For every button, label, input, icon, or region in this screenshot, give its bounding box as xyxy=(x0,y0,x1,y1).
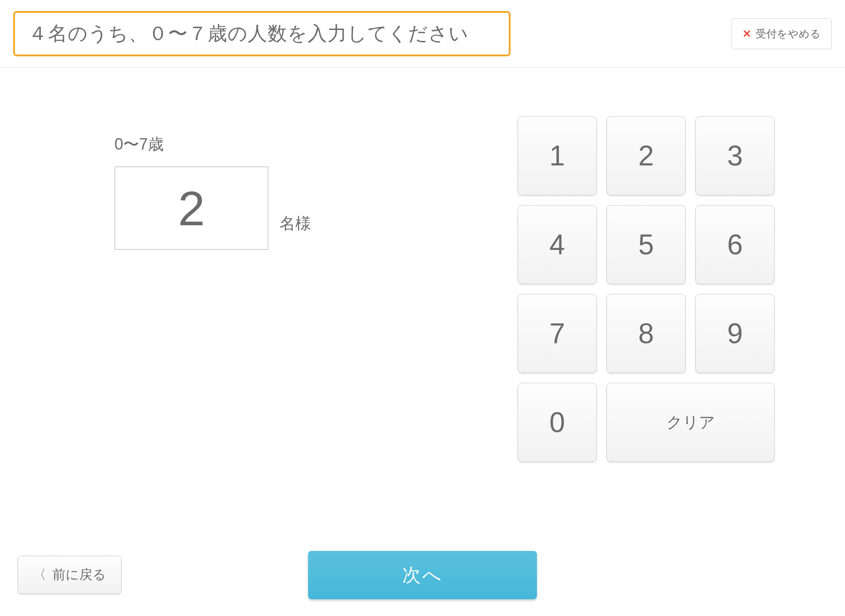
keypad-1[interactable]: 1 xyxy=(518,116,597,195)
keypad-9[interactable]: 9 xyxy=(695,294,775,373)
keypad-2[interactable]: 2 xyxy=(606,116,686,195)
chevron-left-icon: 〈 xyxy=(33,566,46,584)
close-icon: ✕ xyxy=(742,28,751,40)
age-range-label: 0〜7歳 xyxy=(114,134,491,155)
prompt-text: ４名のうち、０〜７歳の人数を入力してください xyxy=(28,21,496,47)
keypad-clear[interactable]: クリア xyxy=(606,383,775,462)
keypad-5[interactable]: 5 xyxy=(606,205,686,284)
header: ４名のうち、０〜７歳の人数を入力してください ✕ 受付をやめる xyxy=(0,0,845,68)
main-content: 0〜7歳 2 名様 1 2 3 4 5 6 7 8 9 0 クリア xyxy=(0,68,845,488)
cancel-label: 受付をやめる xyxy=(756,27,821,41)
keypad-7[interactable]: 7 xyxy=(518,294,597,373)
input-section: 0〜7歳 2 名様 xyxy=(26,116,491,462)
keypad-8[interactable]: 8 xyxy=(606,294,686,373)
keypad-6[interactable]: 6 xyxy=(695,205,775,284)
value-suffix: 名様 xyxy=(279,213,311,250)
back-button[interactable]: 〈 前に戻る xyxy=(18,556,121,594)
prompt-box: ４名のうち、０〜７歳の人数を入力してください xyxy=(13,11,511,56)
back-label: 前に戻る xyxy=(52,566,106,584)
keypad-3[interactable]: 3 xyxy=(695,116,775,195)
value-row: 2 名様 xyxy=(114,166,491,250)
cancel-button[interactable]: ✕ 受付をやめる xyxy=(731,18,832,49)
next-button[interactable]: 次へ xyxy=(308,551,537,599)
keypad-4[interactable]: 4 xyxy=(518,205,597,284)
numeric-keypad: 1 2 3 4 5 6 7 8 9 0 クリア xyxy=(518,116,819,462)
value-display: 2 xyxy=(114,166,268,250)
keypad-0[interactable]: 0 xyxy=(518,383,597,462)
footer: 〈 前に戻る 次へ xyxy=(0,556,845,594)
